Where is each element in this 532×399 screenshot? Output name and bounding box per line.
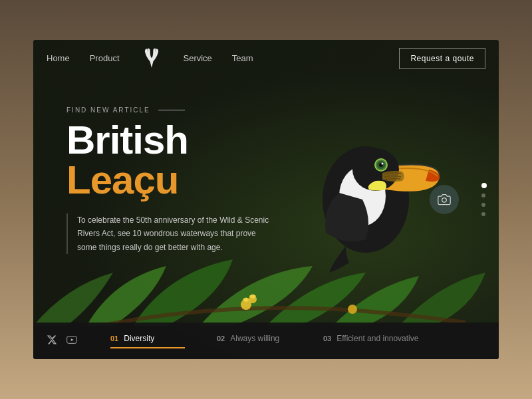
hero-title-white: British xyxy=(66,120,319,160)
camera-button[interactable] xyxy=(430,185,459,214)
bottom-bar: 01 Diversity 02 Always willing 03 Effici… xyxy=(33,323,499,359)
bottom-tab-innovative[interactable]: 03 Efficient and innovative xyxy=(317,334,425,348)
tab-label-diversity: Diversity xyxy=(124,334,154,343)
svg-point-6 xyxy=(382,163,384,165)
twitter-icon[interactable] xyxy=(47,334,57,348)
social-icons xyxy=(47,334,77,348)
scroll-dots xyxy=(481,183,487,216)
main-card: Home Product Service Team Request a qout… xyxy=(33,40,499,359)
tab-header-2: 02 Always willing xyxy=(217,334,310,343)
nav-logo xyxy=(140,47,164,70)
tab-line-1 xyxy=(110,347,185,348)
hero-content: FIND NEW ARTICLE British Leaçu To celebr… xyxy=(66,106,319,254)
nav-home[interactable]: Home xyxy=(47,53,70,63)
svg-point-11 xyxy=(442,198,447,203)
scroll-dot-4[interactable] xyxy=(481,212,485,216)
tab-label-willing: Always willing xyxy=(230,334,279,343)
navbar: Home Product Service Team Request a qout… xyxy=(33,40,499,76)
svg-marker-13 xyxy=(71,338,74,341)
request-quote-button[interactable]: Request a qoute xyxy=(399,48,485,69)
nav-service[interactable]: Service xyxy=(184,53,212,63)
svg-point-10 xyxy=(348,305,357,314)
hero-title-orange: Leaçu xyxy=(66,160,319,200)
tab-number-1: 01 xyxy=(110,334,118,342)
scroll-dot-1[interactable] xyxy=(481,183,487,188)
nav-links: Home Product Service Team xyxy=(47,47,253,70)
scroll-dot-3[interactable] xyxy=(481,203,485,207)
nav-team[interactable]: Team xyxy=(232,53,253,63)
bottom-tabs: 01 Diversity 02 Always willing 03 Effici… xyxy=(104,334,485,348)
tab-number-3: 03 xyxy=(323,334,331,342)
tab-number-2: 02 xyxy=(217,334,225,342)
nav-right: Request a qoute xyxy=(399,48,485,69)
nav-product[interactable]: Product xyxy=(90,53,120,63)
tab-label-innovative: Efficient and innovative xyxy=(336,334,418,343)
youtube-icon[interactable] xyxy=(66,335,77,347)
tab-header-3: 03 Efficient and innovative xyxy=(323,334,418,343)
bottom-tab-diversity[interactable]: 01 Diversity xyxy=(104,334,210,348)
hero-description: To celebrate the 50th anniversary of the… xyxy=(66,213,273,254)
tab-header-1: 01 Diversity xyxy=(110,334,203,343)
find-article-label: FIND NEW ARTICLE xyxy=(66,106,319,114)
scroll-dot-2[interactable] xyxy=(481,194,485,198)
bottom-tab-willing[interactable]: 02 Always willing xyxy=(210,334,317,348)
